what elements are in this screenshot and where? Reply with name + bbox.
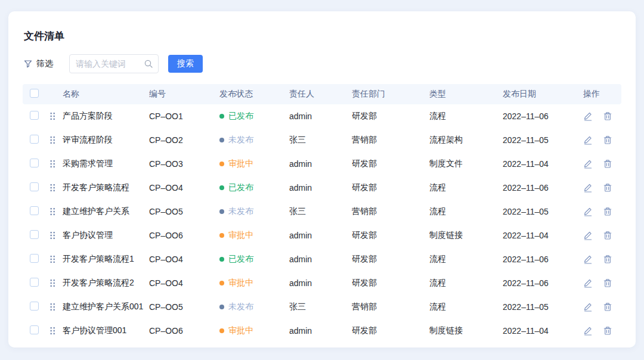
row-status: 未发布 (219, 302, 289, 312)
drag-handle-icon[interactable] (50, 207, 55, 216)
status-dot-icon (219, 185, 224, 190)
table-header: 名称 编号 发布状态 责任人 责任部门 类型 发布日期 操作 (23, 84, 621, 104)
edit-icon[interactable] (583, 302, 593, 312)
drag-handle-icon[interactable] (50, 279, 55, 287)
delete-icon[interactable] (603, 183, 612, 193)
row-type: 制度链接 (429, 325, 503, 336)
file-list-card: 文件清单 筛选 搜索 名称 编号 发布状态 责任人 责任部门 类型 发布日期 (8, 11, 636, 347)
row-owner: admin (289, 231, 352, 240)
row-actions (583, 231, 621, 240)
status-dot-icon (219, 138, 224, 142)
drag-handle-icon[interactable] (50, 136, 55, 144)
row-status: 审批中 (219, 230, 289, 241)
drag-handle-icon[interactable] (50, 255, 55, 263)
status-dot-icon (219, 328, 224, 333)
row-name: 建立维护客户关系001 (63, 302, 149, 312)
search-box (69, 54, 159, 73)
row-type: 制度链接 (429, 230, 503, 241)
row-status: 未发布 (219, 206, 289, 217)
row-checkbox[interactable] (30, 325, 39, 334)
delete-icon[interactable] (603, 159, 612, 169)
row-type: 流程 (429, 111, 503, 122)
delete-icon[interactable] (603, 135, 612, 145)
file-table: 名称 编号 发布状态 责任人 责任部门 类型 发布日期 操作 产品方案阶段 CP… (23, 84, 621, 343)
edit-icon[interactable] (583, 278, 593, 288)
drag-handle-icon[interactable] (50, 184, 55, 192)
row-checkbox[interactable] (30, 230, 39, 239)
edit-icon[interactable] (583, 231, 593, 240)
row-type: 流程 (429, 278, 503, 288)
row-status: 审批中 (219, 278, 289, 288)
row-type: 流程 (429, 182, 503, 193)
filter-button[interactable]: 筛选 (24, 58, 53, 69)
table-row: 建立维护客户关系001 CP–OO5 未发布 张三 营销部 流程 2022–11… (23, 295, 621, 319)
table-row: 采购需求管理 CP–OO3 审批中 admin 研发部 制度文件 2022–11… (23, 152, 621, 176)
edit-icon[interactable] (583, 111, 593, 121)
row-status: 审批中 (219, 325, 289, 336)
search-icon[interactable] (144, 59, 153, 69)
row-checkbox[interactable] (30, 182, 39, 191)
table-row: 建立维护客户关系 CP–OO5 未发布 张三 营销部 流程 2022–11–05 (23, 200, 621, 224)
col-header-dept: 责任部门 (352, 89, 429, 100)
table-row: 客户协议管理 CP–OO6 审批中 admin 研发部 制度链接 2022–11… (23, 224, 621, 247)
row-code: CP–OO5 (149, 207, 219, 216)
row-owner: 张三 (289, 302, 352, 312)
status-label: 已发布 (228, 254, 253, 265)
status-dot-icon (219, 281, 224, 285)
row-name: 开发客户策略流程 (63, 182, 149, 193)
drag-handle-icon[interactable] (50, 112, 55, 120)
table-row: 评审流程阶段 CP–OO2 未发布 张三 营销部 流程架构 2022–11–05 (23, 128, 621, 152)
delete-icon[interactable] (603, 255, 612, 264)
delete-icon[interactable] (603, 231, 612, 240)
delete-icon[interactable] (603, 326, 612, 336)
row-date: 2022–11–04 (503, 326, 583, 336)
edit-icon[interactable] (583, 183, 593, 193)
filter-funnel-icon (24, 60, 32, 68)
drag-handle-icon[interactable] (50, 303, 55, 311)
edit-icon[interactable] (583, 255, 593, 264)
row-actions (583, 255, 621, 264)
row-actions (583, 159, 621, 169)
delete-icon[interactable] (603, 111, 612, 121)
row-checkbox[interactable] (30, 135, 39, 144)
delete-icon[interactable] (603, 207, 612, 216)
row-checkbox[interactable] (30, 111, 39, 120)
row-owner: admin (289, 183, 352, 193)
status-label: 已发布 (228, 182, 253, 193)
row-owner: 张三 (289, 206, 352, 217)
table-body: 产品方案阶段 CP–OO1 已发布 admin 研发部 流程 2022–11–0… (23, 104, 621, 343)
table-row: 产品方案阶段 CP–OO1 已发布 admin 研发部 流程 2022–11–0… (23, 104, 621, 128)
drag-handle-icon[interactable] (50, 160, 55, 168)
delete-icon[interactable] (603, 278, 612, 288)
select-all-checkbox[interactable] (30, 89, 39, 98)
search-button[interactable]: 搜索 (168, 55, 203, 73)
drag-handle-icon[interactable] (50, 327, 55, 335)
drag-handle-icon[interactable] (50, 231, 55, 240)
row-checkbox[interactable] (30, 302, 39, 311)
edit-icon[interactable] (583, 207, 593, 216)
row-name: 开发客户策略流程1 (63, 254, 149, 265)
row-code: CP–OO4 (149, 183, 219, 193)
table-row: 开发客户策略流程1 CP–OO4 已发布 admin 研发部 流程 2022–1… (23, 247, 621, 271)
table-row: 客户协议管理001 CP–OO6 审批中 admin 研发部 制度链接 2022… (23, 319, 621, 343)
edit-icon[interactable] (583, 326, 593, 336)
row-checkbox[interactable] (30, 254, 39, 263)
row-checkbox[interactable] (30, 278, 39, 287)
row-checkbox[interactable] (30, 206, 39, 215)
row-name: 开发客户策略流程2 (63, 278, 149, 288)
row-code: CP–OO6 (149, 231, 219, 240)
filter-label: 筛选 (36, 58, 53, 69)
status-dot-icon (219, 114, 224, 119)
edit-icon[interactable] (583, 135, 593, 145)
status-dot-icon (219, 162, 224, 166)
row-status: 已发布 (219, 254, 289, 265)
edit-icon[interactable] (583, 159, 593, 169)
row-code: CP–OO2 (149, 135, 219, 145)
row-checkbox[interactable] (30, 159, 39, 167)
row-name: 采购需求管理 (63, 159, 149, 169)
row-owner: admin (289, 278, 352, 288)
delete-icon[interactable] (603, 302, 612, 312)
col-header-owner: 责任人 (289, 89, 352, 100)
row-actions (583, 135, 621, 145)
row-dept: 研发部 (352, 254, 429, 265)
